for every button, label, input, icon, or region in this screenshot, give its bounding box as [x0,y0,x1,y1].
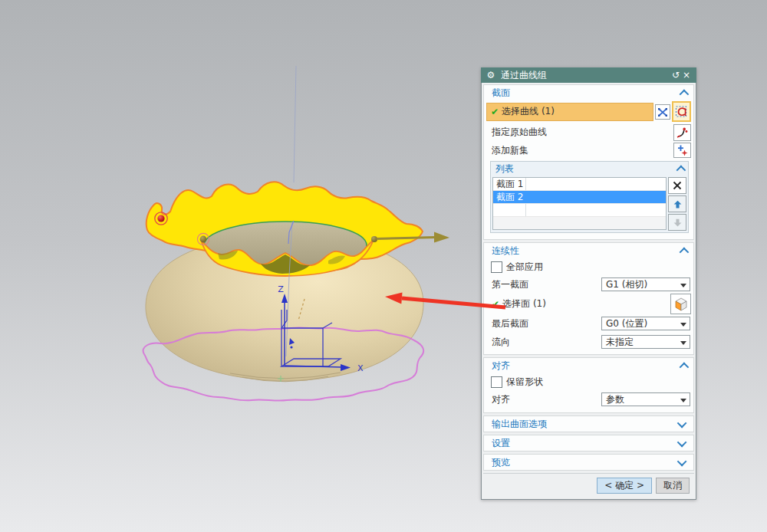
swap-sections-button[interactable] [655,104,670,120]
list-item-selected[interactable]: 截面 2 [493,191,666,204]
direction-origin-handle[interactable] [371,236,377,242]
move-up-button[interactable] [668,195,686,212]
last-section-value: G0 (位置) [606,317,647,330]
section-list: 截面 1 截面 2 [492,177,667,230]
group-continuity: 连续性 全部应用 第一截面 G1 (相切) ✔ [483,242,694,355]
remove-section-button[interactable] [668,177,686,194]
flow-direction-label: 流向 [492,336,510,349]
select-curve-label: 选择曲线 (1) [502,105,555,118]
direction-arrow-shaft[interactable] [377,238,436,239]
last-section-row: 最后截面 G0 (位置) [484,314,693,333]
preview-header[interactable]: 预览 [484,455,693,470]
flow-direction-value: 未指定 [606,336,634,349]
alignment-dropdown[interactable]: 参数 [601,392,690,406]
nx-viewport: Z X ⚙ 通过曲线组 ↺ × 截面 [0,0,767,532]
select-curve-field[interactable]: ✔ 选择曲线 (1) [486,103,653,121]
direction-arrow-head[interactable] [434,232,449,243]
alignment-label: 对齐 [492,393,510,406]
select-curve-row: ✔ 选择曲线 (1) [486,101,691,122]
datum-line-upper[interactable] [294,66,296,182]
list-panel: 列表 截面 1 截面 2 [490,161,689,233]
dialog-body: 截面 ✔ 选择曲线 (1) [481,83,696,500]
select-face-label: 选择面 (1) [502,297,546,310]
select-face-button[interactable] [670,294,691,314]
settings-label: 设置 [492,437,510,450]
apply-all-row: 全部应用 [484,259,693,275]
check-icon: ✔ [491,107,499,117]
alignment-header[interactable]: 对齐 [484,358,693,374]
move-down-button[interactable] [668,214,686,231]
continuity-header[interactable]: 连续性 [484,243,693,259]
first-section-value: G1 (相切) [606,278,647,291]
flow-direction-row: 流向 未指定 [484,333,693,351]
list-header[interactable]: 列表 [491,162,688,176]
curve-rule-button[interactable] [672,101,691,122]
reset-icon[interactable]: ↺ [670,67,681,83]
start-point-handle[interactable] [157,215,164,222]
chevron-down-icon[interactable] [677,437,687,447]
section-header-label: 截面 [492,87,510,100]
first-section-row: 第一截面 G1 (相切) [484,275,693,294]
rim-start-handle[interactable] [200,236,207,243]
chevron-up-icon[interactable] [680,90,690,100]
chevron-up-icon[interactable] [680,248,690,258]
specify-origin-curve-row: 指定原始曲线 [484,123,691,142]
dialog-footer: < 确定 > 取消 [483,473,694,499]
specify-origin-curve-button[interactable] [673,124,691,141]
list-item-empty[interactable] [493,204,666,217]
list-item[interactable]: 截面 1 [493,178,666,191]
cross-lines-icon [657,106,669,118]
chevron-up-icon[interactable] [676,165,686,175]
arrow-down-icon [673,218,683,228]
delete-x-icon [673,181,682,190]
apply-all-checkbox[interactable] [491,261,502,273]
dropdown-caret-icon [680,284,686,291]
arrow-up-icon [673,199,683,209]
ok-button[interactable]: < 确定 > [597,478,652,494]
chevron-down-icon[interactable] [677,456,687,466]
section-header[interactable]: 截面 [484,85,693,101]
add-new-set-label: 添加新集 [492,144,528,157]
preserve-shape-row: 保留形状 [484,374,693,390]
cube-icon [673,297,689,312]
chevron-down-icon[interactable] [677,418,687,428]
axis-x-label: X [357,363,364,373]
specify-origin-curve-label: 指定原始曲线 [492,126,547,139]
dialog-titlebar[interactable]: ⚙ 通过曲线组 ↺ × [481,67,696,83]
group-settings: 设置 [483,435,694,452]
alignment-header-label: 对齐 [492,360,510,373]
select-face-row: ✔ 选择面 (1) [484,294,693,314]
list-header-label: 列表 [495,163,514,176]
list-item-empty[interactable] [493,217,666,229]
group-preview: 预览 [483,454,694,471]
first-section-dropdown[interactable]: G1 (相切) [601,277,690,291]
preserve-shape-checkbox[interactable] [491,376,502,388]
alignment-row: 对齐 参数 [484,390,693,409]
gear-icon: ⚙ [486,67,496,83]
settings-header[interactable]: 设置 [484,435,693,451]
output-surface-options-header[interactable]: 输出曲面选项 [484,416,693,432]
preview-label: 预览 [492,456,510,469]
flow-direction-dropdown[interactable]: 未指定 [601,335,690,349]
group-section: 截面 ✔ 选择曲线 (1) [483,84,694,240]
group-alignment: 对齐 保留形状 对齐 参数 [483,357,694,413]
chevron-up-icon[interactable] [680,363,690,373]
last-section-dropdown[interactable]: G0 (位置) [601,317,690,330]
through-curves-dialog: ⚙ 通过曲线组 ↺ × 截面 ✔ 选择曲线 (1) [481,67,696,500]
first-section-label: 第一截面 [492,278,528,291]
axis-z-label: Z [278,284,284,294]
dropdown-caret-icon [680,399,686,406]
add-new-set-button[interactable] [673,143,691,158]
dropdown-caret-icon [680,341,686,348]
preserve-shape-label: 保留形状 [506,376,543,389]
cancel-button[interactable]: 取消 [656,478,690,494]
output-surface-options-label: 输出曲面选项 [492,418,547,431]
curve-rule-icon [675,104,689,119]
sketch-point[interactable] [290,346,292,348]
last-section-label: 最后截面 [492,317,528,330]
continuity-header-label: 连续性 [492,245,519,258]
add-new-set-row: 添加新集 [484,142,691,159]
close-icon[interactable]: × [681,67,692,83]
alignment-value: 参数 [606,393,624,406]
apply-all-label: 全部应用 [506,261,543,274]
